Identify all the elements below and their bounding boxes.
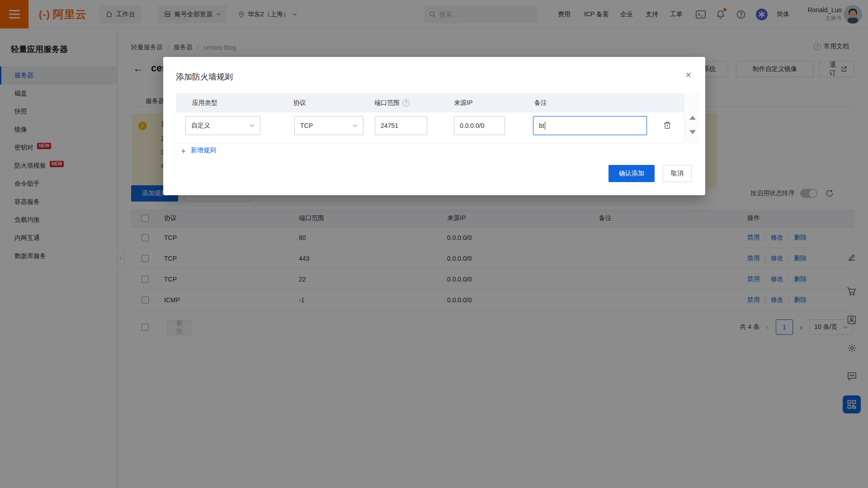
close-icon: × (686, 69, 692, 81)
col-protocol: 协议 (293, 93, 306, 113)
delete-rule-icon[interactable] (663, 121, 673, 131)
chevron-down-icon (250, 124, 255, 127)
source-ip-input[interactable]: 0.0.0.0/0 (454, 116, 505, 135)
text-caret (545, 122, 545, 130)
modal-divider (176, 143, 684, 144)
confirm-add-button[interactable]: 确认添加 (609, 165, 655, 182)
move-up-button[interactable] (689, 116, 696, 120)
col-source-ip: 来源IP (454, 93, 472, 113)
modal-form-header: 应用类型 协议 端口范围? 来源IP 备注 (176, 93, 684, 113)
protocol-select[interactable]: TCP (294, 116, 363, 135)
cancel-button[interactable]: 取消 (663, 165, 692, 182)
col-app-type: 应用类型 (192, 93, 217, 113)
col-remark: 备注 (534, 93, 547, 113)
modal-title: 添加防火墙规则 (176, 71, 233, 82)
add-firewall-rule-dialog: 添加防火墙规则 × 应用类型 协议 端口范围? 来源IP 备注 自定义 TCP … (163, 57, 705, 195)
chevron-down-icon (353, 124, 358, 127)
rule-reorder-column (684, 93, 700, 144)
app-type-select[interactable]: 自定义 (185, 116, 260, 135)
port-range-input[interactable]: 24751 (375, 116, 427, 135)
move-down-button[interactable] (689, 130, 696, 134)
help-question-icon[interactable]: ? (402, 99, 410, 107)
add-new-rule-link[interactable]: ＋ 新增规则 (179, 144, 216, 157)
plus-icon: ＋ (179, 147, 187, 155)
remark-input[interactable]: bt (533, 116, 647, 135)
col-port-range: 端口范围? (374, 93, 410, 113)
close-button[interactable]: × (682, 69, 695, 81)
